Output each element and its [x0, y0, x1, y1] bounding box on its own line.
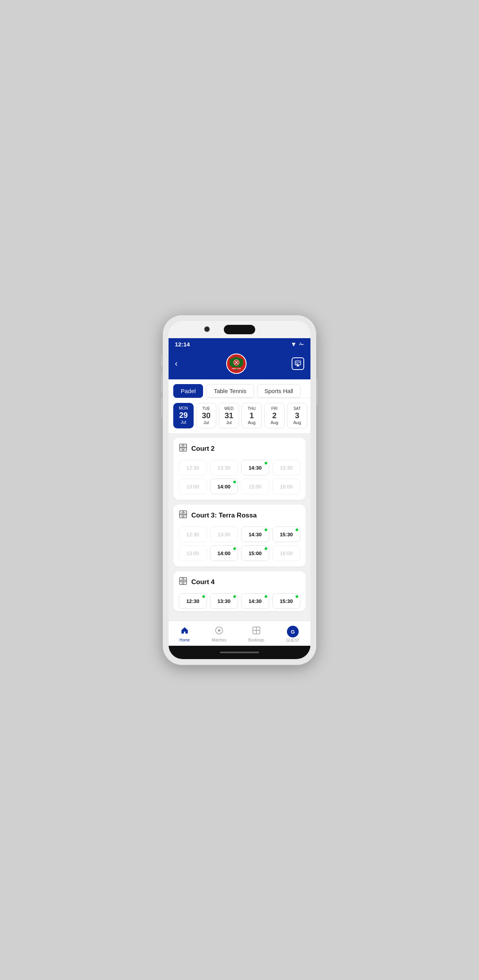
- court-4-header: Court 4: [179, 577, 300, 588]
- category-tabs: Padel Table Tennis Sports Hall: [169, 379, 310, 398]
- time-slot[interactable]: 15:30: [272, 460, 301, 475]
- home-icon: [180, 626, 189, 637]
- tab-table-tennis[interactable]: Table Tennis: [206, 384, 254, 398]
- wifi-icon: ▼: [290, 341, 297, 348]
- profile-button[interactable]: [292, 357, 304, 370]
- time-slot[interactable]: 15:00: [241, 479, 269, 494]
- nav-guest-label: GUEST: [286, 638, 299, 643]
- time-slot[interactable]: 13:30: [210, 593, 238, 609]
- signal-icon: ✁: [299, 341, 304, 348]
- court-4-slots-row1: 12:30 13:30 14:30 15:30: [179, 593, 300, 609]
- time-slot[interactable]: 15:30: [272, 593, 301, 609]
- status-bar: 12:14 ▼ ✁: [169, 338, 310, 350]
- svg-marker-26: [218, 629, 221, 632]
- main-content: Court 2 12:30 13:30 14:30 15:30 13:00 14…: [169, 433, 310, 621]
- court-2-name: Court 2: [191, 445, 215, 453]
- status-time: 12:14: [175, 341, 190, 348]
- date-item-3[interactable]: THU 1 Aug: [241, 403, 262, 428]
- date-item-5[interactable]: SAT 3 Aug: [287, 403, 307, 428]
- date-item-1[interactable]: TUE 30 Jul: [196, 403, 216, 428]
- time-slot[interactable]: 12:30: [179, 460, 207, 475]
- svg-rect-10: [299, 362, 300, 363]
- app-header: ‹ PADEL CLUB: [169, 350, 310, 379]
- time-slot[interactable]: 14:00: [210, 479, 238, 494]
- time-slot[interactable]: 13:00: [179, 545, 207, 561]
- time-slot[interactable]: 12:30: [179, 526, 207, 542]
- time-slot[interactable]: 14:30: [241, 460, 269, 475]
- court-icon: [179, 577, 187, 588]
- nav-bookings-label: Bookings: [248, 638, 264, 642]
- court-icon: [179, 510, 187, 521]
- court-card-4: Court 4 12:30 13:30 14:30 15:30: [173, 571, 306, 611]
- matches-icon: [215, 626, 223, 637]
- court-3-name: Court 3: Terra Rossa: [191, 512, 257, 519]
- nav-home[interactable]: Home: [175, 625, 195, 644]
- svg-text:PADEL CLUB: PADEL CLUB: [232, 368, 241, 370]
- nav-home-label: Home: [180, 638, 190, 642]
- nav-matches[interactable]: Matches: [207, 625, 231, 644]
- home-bar: [169, 646, 310, 659]
- time-slot[interactable]: 15:00: [241, 545, 269, 561]
- time-slot[interactable]: 14:30: [241, 593, 269, 609]
- svg-rect-12: [297, 365, 299, 366]
- court-3-slots-row2: 13:00 14:00 15:00 16:00: [179, 545, 300, 561]
- svg-rect-11: [296, 364, 298, 364]
- home-indicator: [220, 652, 259, 653]
- time-slot[interactable]: 13:30: [210, 526, 238, 542]
- tab-sports-hall[interactable]: Sports Hall: [257, 384, 301, 398]
- nav-guest[interactable]: G GUEST: [281, 624, 304, 644]
- date-item-4[interactable]: FRI 2 Aug: [264, 403, 285, 428]
- time-slot[interactable]: 13:30: [210, 460, 238, 475]
- date-item-0[interactable]: MON 29 Jul: [173, 403, 194, 428]
- svg-rect-8: [296, 362, 297, 363]
- app-logo: PADEL CLUB: [226, 353, 247, 374]
- court-icon: [179, 443, 187, 454]
- guest-avatar: G: [287, 626, 299, 638]
- time-slot[interactable]: 15:30: [272, 526, 301, 542]
- court-card-3: Court 3: Terra Rossa 12:30 13:30 14:30 1…: [173, 505, 306, 567]
- time-slot[interactable]: 12:30: [179, 593, 207, 609]
- nav-bookings[interactable]: Bookings: [243, 625, 269, 644]
- court-2-header: Court 2: [179, 443, 300, 454]
- svg-rect-9: [298, 362, 298, 363]
- time-slot[interactable]: 14:30: [241, 526, 269, 542]
- bookings-icon: [252, 626, 261, 637]
- status-icons: ▼ ✁: [290, 341, 304, 348]
- court-2-slots-row2: 13:00 14:00 15:00 16:00: [179, 479, 300, 494]
- court-4-name: Court 4: [191, 578, 215, 586]
- bottom-nav: Home Matches: [169, 621, 310, 646]
- court-card-2: Court 2 12:30 13:30 14:30 15:30 13:00 14…: [173, 438, 306, 500]
- date-selector: MON 29 Jul TUE 30 Jul WED 31 Jul THU 1 A…: [169, 398, 310, 433]
- court-3-header: Court 3: Terra Rossa: [179, 510, 300, 521]
- date-item-2[interactable]: WED 31 Jul: [219, 403, 239, 428]
- time-slot[interactable]: 16:00: [272, 545, 301, 561]
- nav-matches-label: Matches: [212, 638, 227, 642]
- time-slot[interactable]: 16:00: [272, 479, 301, 494]
- court-2-slots-row1: 12:30 13:30 14:30 15:30: [179, 460, 300, 475]
- tab-padel[interactable]: Padel: [173, 384, 203, 398]
- back-button[interactable]: ‹: [175, 357, 181, 370]
- court-3-slots-row1: 12:30 13:30 14:30 15:30: [179, 526, 300, 542]
- time-slot[interactable]: 14:00: [210, 545, 238, 561]
- time-slot[interactable]: 13:00: [179, 479, 207, 494]
